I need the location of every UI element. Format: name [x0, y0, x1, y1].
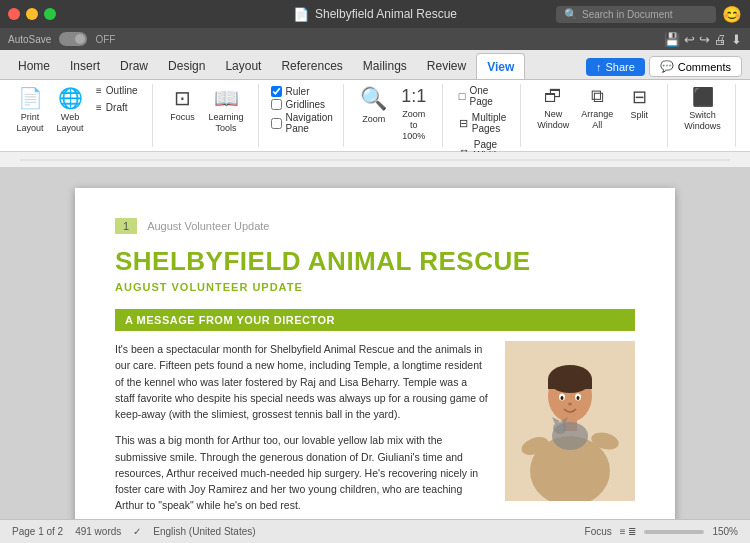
draft-button[interactable]: ≡ Draft: [92, 101, 142, 114]
autosave-bar: AutoSave OFF 💾 ↩ ↪ 🖨 ⬇: [0, 28, 750, 50]
tab-review[interactable]: Review: [417, 53, 476, 79]
tab-home[interactable]: Home: [8, 53, 60, 79]
tab-layout[interactable]: Layout: [215, 53, 271, 79]
print-layout-icon: 📄: [18, 86, 43, 110]
ribbon-group-show: Ruler Gridlines Navigation Pane: [267, 84, 344, 147]
focus-label[interactable]: Focus: [585, 526, 612, 537]
close-button[interactable]: [8, 8, 20, 20]
navigation-pane-checkbox-label[interactable]: Navigation Pane: [271, 112, 333, 134]
person-image: [505, 341, 635, 501]
tab-design[interactable]: Design: [158, 53, 215, 79]
ribbon-group-show-items: Ruler Gridlines Navigation Pane: [271, 84, 333, 147]
tab-mailings[interactable]: Mailings: [353, 53, 417, 79]
page-nav-title: August Volunteer Update: [147, 220, 269, 232]
toolbar-icons: 💾 ↩ ↪ 🖨 ⬇: [664, 32, 742, 47]
proofing-icon: ✓: [133, 526, 141, 537]
document-icon: 📄: [293, 7, 309, 22]
navigation-pane-checkbox[interactable]: [271, 118, 282, 129]
switch-windows-icon: ⬛: [692, 86, 714, 108]
search-placeholder: Search in Document: [582, 9, 673, 20]
arrange-all-icon: ⧉: [591, 86, 604, 107]
one-page-button[interactable]: □ One Page: [455, 84, 510, 108]
print-icon[interactable]: 🖨: [714, 32, 727, 47]
comments-button[interactable]: 💬 Comments: [649, 56, 742, 77]
gridlines-checkbox[interactable]: [271, 99, 282, 110]
arrange-all-button[interactable]: ⧉ ArrangeAll: [577, 84, 617, 133]
comments-label: Comments: [678, 61, 731, 73]
document-title: Shelbyfield Animal Rescue: [315, 7, 457, 21]
focus-button[interactable]: ⊡ Focus: [165, 84, 201, 125]
show-checkboxes: Ruler Gridlines Navigation Pane: [271, 84, 333, 136]
title-bar-right: 🔍 Search in Document 😊: [556, 5, 742, 24]
multiple-pages-button[interactable]: ⊟ Multiple Pages: [455, 111, 510, 135]
new-window-icon: 🗗: [544, 86, 562, 107]
svg-rect-5: [548, 379, 592, 389]
tab-view[interactable]: View: [476, 53, 525, 79]
zoom-100-button[interactable]: 1:1 Zoom to100%: [396, 84, 432, 143]
zoom-button[interactable]: 🔍 Zoom: [356, 84, 392, 127]
document-area: 1 August Volunteer Update SHELBYFIELD AN…: [0, 168, 750, 519]
ribbon-group-window-items: 🗗 NewWindow ⧉ ArrangeAll ⊟ Split: [533, 84, 657, 147]
title-bar-center: 📄 Shelbyfield Animal Rescue: [293, 7, 457, 22]
ribbon-group-zoom: 🔍 Zoom 1:1 Zoom to100%: [352, 84, 443, 147]
maximize-button[interactable]: [44, 8, 56, 20]
word-count: 491 words: [75, 526, 121, 537]
web-layout-button[interactable]: 🌐 WebLayout: [52, 84, 88, 136]
split-button[interactable]: ⊟ Split: [621, 84, 657, 123]
autosave-label: AutoSave: [8, 34, 51, 45]
ribbon-group-immersive: ⊡ Focus 📖 LearningTools: [161, 84, 259, 147]
learning-tools-button[interactable]: 📖 LearningTools: [205, 84, 248, 136]
status-bar: Page 1 of 2 491 words ✓ English (United …: [0, 519, 750, 543]
tab-references[interactable]: References: [271, 53, 352, 79]
ruler-checkbox-label[interactable]: Ruler: [271, 86, 333, 97]
ribbon-group-window: 🗗 NewWindow ⧉ ArrangeAll ⊟ Split: [529, 84, 668, 147]
share-button[interactable]: ↑ Share: [586, 58, 645, 76]
svg-point-15: [561, 396, 564, 400]
share-label: Share: [605, 61, 634, 73]
ribbon-content: 📄 PrintLayout 🌐 WebLayout ≡ Outline ≡ Dr…: [0, 80, 750, 152]
save-icon[interactable]: 💾: [664, 32, 680, 47]
outline-button[interactable]: ≡ Outline: [92, 84, 142, 97]
svg-point-17: [568, 403, 572, 406]
redo-icon[interactable]: ↪: [699, 32, 710, 47]
page-info: Page 1 of 2: [12, 526, 63, 537]
page-num-bar: 1 August Volunteer Update: [115, 218, 635, 234]
search-box[interactable]: 🔍 Search in Document: [556, 6, 716, 23]
ruler-inner: /* ruler ticks drawn via JS below */: [20, 152, 730, 167]
status-bar-right: Focus ≡ ≣ 150%: [585, 526, 738, 537]
tab-draw[interactable]: Draw: [110, 53, 158, 79]
print-layout-button[interactable]: 📄 PrintLayout: [12, 84, 48, 136]
tab-insert[interactable]: Insert: [60, 53, 110, 79]
zoom-slider[interactable]: [644, 530, 704, 534]
svg-point-16: [577, 396, 580, 400]
paragraph-1: It's been a spectacular month for Shelby…: [115, 341, 489, 422]
ribbon-group-page-view: □ One Page ⊟ Multiple Pages ↔ Page Width: [451, 84, 521, 147]
document-title: SHELBYFIELD ANIMAL RESCUE: [115, 246, 635, 277]
new-window-button[interactable]: 🗗 NewWindow: [533, 84, 573, 133]
undo-icon[interactable]: ↩: [684, 32, 695, 47]
autosave-state: OFF: [95, 34, 115, 45]
more-icon[interactable]: ⬇: [731, 32, 742, 47]
split-icon: ⊟: [632, 86, 647, 108]
zoom-icon: 🔍: [360, 86, 387, 112]
document-subtitle: AUGUST VOLUNTEER UPDATE: [115, 281, 635, 293]
ruler-checkbox[interactable]: [271, 86, 282, 97]
draft-icon: ≡: [96, 102, 102, 113]
ribbon-group-page-view-items: □ One Page ⊟ Multiple Pages ↔ Page Width: [455, 84, 510, 162]
focus-icon: ⊡: [174, 86, 191, 110]
page-number-box: 1: [115, 218, 137, 234]
autosave-toggle[interactable]: [59, 32, 87, 46]
ribbon-group-macros: ⚙ Macros: [744, 84, 750, 147]
search-icon: 🔍: [564, 8, 578, 21]
document-image: [505, 341, 635, 519]
minimize-button[interactable]: [26, 8, 38, 20]
ribbon-group-switch: ⬛ SwitchWindows: [676, 84, 736, 147]
ribbon-group-views-items: 📄 PrintLayout 🌐 WebLayout ≡ Outline ≡ Dr…: [12, 84, 142, 147]
document-page: 1 August Volunteer Update SHELBYFIELD AN…: [75, 188, 675, 519]
comments-icon: 💬: [660, 60, 674, 73]
learning-tools-icon: 📖: [214, 86, 239, 110]
ribbon-group-switch-items: ⬛ SwitchWindows: [680, 84, 725, 147]
gridlines-checkbox-label[interactable]: Gridlines: [271, 99, 333, 110]
user-icon[interactable]: 😊: [722, 5, 742, 24]
switch-windows-button[interactable]: ⬛ SwitchWindows: [680, 84, 725, 134]
